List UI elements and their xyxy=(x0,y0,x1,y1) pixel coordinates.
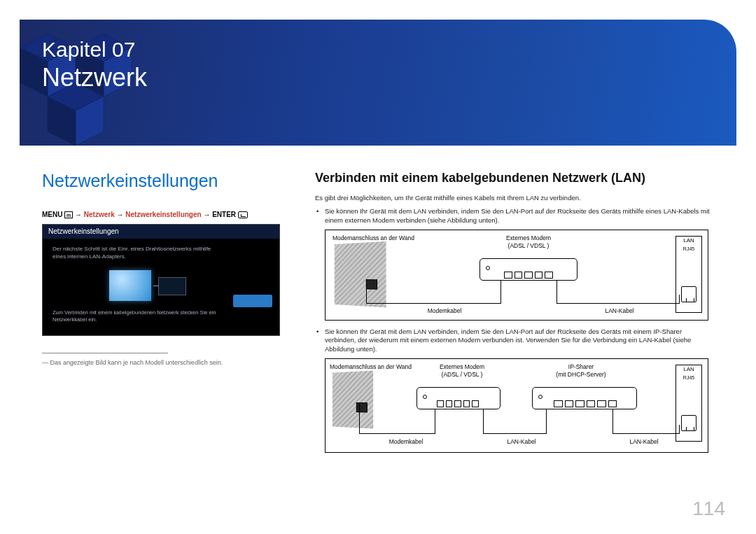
wall-port-icon xyxy=(366,279,377,290)
chapter-label: Kapitel 07 xyxy=(42,38,135,62)
bullet-1: Sie können Ihr Gerät mit dem LAN verbind… xyxy=(325,207,714,225)
screenshot-text-top: Der nächste Schritt ist die Einr. eines … xyxy=(52,246,223,260)
chapter-banner: Kapitel 07 Netzwerk xyxy=(20,20,736,146)
path-netzwerk: Netzwerk xyxy=(84,211,115,218)
label-lankabel: LAN-Kabel xyxy=(584,307,654,314)
bullet-2: Sie können Ihr Gerät mit dem LAN verbind… xyxy=(325,328,714,354)
menu-icon: m xyxy=(64,211,73,218)
label-modemkabel-2: Modemkabel xyxy=(374,438,438,445)
wall-icon-2 xyxy=(332,371,373,429)
section-title-settings: Netzwerkeinstellungen xyxy=(42,171,301,191)
wall-icon xyxy=(335,241,386,307)
label-wall-2: Modemanschluss an der Wand xyxy=(330,363,428,370)
chapter-title: Netzwerk xyxy=(42,63,147,92)
label-lankabel-2b: LAN-Kabel xyxy=(612,438,676,445)
label-modem-sub-2: (ADSL / VDSL ) xyxy=(424,371,500,378)
rj45-icon-2 xyxy=(681,415,696,431)
left-column: Netzwerkeinstellungen MENU m → Netzwerk … xyxy=(42,171,301,366)
settings-screenshot: Netzwerkeinstellungen Der nächste Schrit… xyxy=(42,224,280,336)
label-wall: Modemanschluss an der Wand xyxy=(332,234,430,241)
label-modemkabel: Modemkabel xyxy=(410,307,479,314)
label-modem-sub: (ADSL / VDSL ) xyxy=(486,242,570,249)
wall-port-icon-2 xyxy=(356,402,368,412)
screenshot-device-icon xyxy=(158,277,186,295)
label-lankabel-2a: LAN-Kabel xyxy=(490,438,553,445)
modem-icon-2 xyxy=(416,387,500,409)
intro-text: Es gibt drei Möglichkeiten, um Ihr Gerät… xyxy=(315,194,714,202)
label-lan-2: LAN xyxy=(676,365,701,372)
diagram-modem-direct: Modemanschluss an der Wand Externes Mode… xyxy=(325,230,708,321)
label-rj45: RJ45 xyxy=(676,246,701,251)
label-modem-2: Externes Modem xyxy=(424,363,500,370)
label-modem: Externes Modem xyxy=(486,234,570,241)
footnote: ― Das angezeigte Bild kann je nach Model… xyxy=(42,359,301,366)
label-lan: LAN xyxy=(676,237,701,244)
label-rj45-2: RJ45 xyxy=(676,375,701,380)
menu-path: MENU m → Netzwerk → Netzwerkeinstellunge… xyxy=(42,211,301,218)
enter-label: ENTER xyxy=(212,211,236,218)
menu-label: MENU xyxy=(42,211,62,218)
modem-icon xyxy=(479,258,578,281)
sharer-icon xyxy=(532,387,637,409)
screenshot-graphic xyxy=(109,270,151,301)
label-sharer-sub: (mit DHCP-Server) xyxy=(536,371,626,378)
screenshot-button xyxy=(233,295,272,307)
screenshot-text-bottom: Zum Verbinden mit einem kabelgebundenen … xyxy=(52,309,223,323)
page-number: 114 xyxy=(692,498,725,520)
diagram-modem-sharer: Modemanschluss an der Wand Externes Mode… xyxy=(325,358,708,453)
section-title-lan: Verbinden mit einem kabelgebundenen Netz… xyxy=(315,171,714,185)
rj45-icon xyxy=(681,286,696,302)
label-sharer: IP-Sharer xyxy=(536,363,626,370)
enter-icon xyxy=(238,211,248,218)
path-netzwerkeinstellungen: Netzwerkeinstellungen xyxy=(125,211,201,218)
screenshot-header: Netzwerkeinstellungen xyxy=(43,225,279,239)
right-column: Verbinden mit einem kabelgebundenen Netz… xyxy=(315,171,714,460)
divider-line xyxy=(42,353,168,353)
